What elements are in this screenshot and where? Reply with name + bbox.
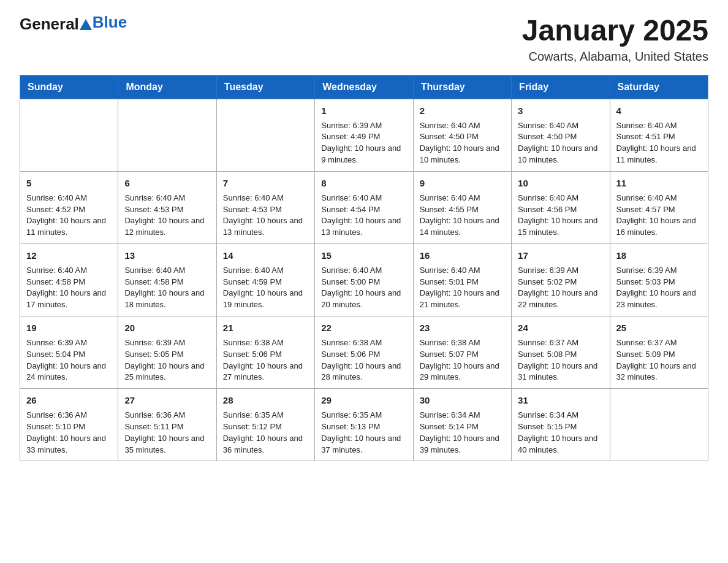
day-number: 30 xyxy=(420,394,505,407)
header-friday: Friday xyxy=(512,75,610,99)
day-number: 14 xyxy=(223,249,308,262)
page-header: General Blue January 2025 Cowarts, Alaba… xyxy=(20,15,708,64)
day-number: 22 xyxy=(321,321,406,335)
calendar-cell: 29Sunrise: 6:35 AM Sunset: 5:13 PM Dayli… xyxy=(315,389,413,461)
day-info: Sunrise: 6:35 AM Sunset: 5:13 PM Dayligh… xyxy=(321,410,406,456)
header-monday: Monday xyxy=(118,75,216,99)
calendar-cell: 3Sunrise: 6:40 AM Sunset: 4:50 PM Daylig… xyxy=(512,99,610,171)
header-wednesday: Wednesday xyxy=(315,75,413,99)
day-number: 12 xyxy=(26,249,112,262)
calendar-header: SundayMondayTuesdayWednesdayThursdayFrid… xyxy=(20,75,708,99)
calendar-cell: 8Sunrise: 6:40 AM Sunset: 4:54 PM Daylig… xyxy=(315,171,413,243)
calendar-cell: 26Sunrise: 6:36 AM Sunset: 5:10 PM Dayli… xyxy=(20,389,118,461)
calendar-cell: 31Sunrise: 6:34 AM Sunset: 5:15 PM Dayli… xyxy=(512,389,610,461)
day-number: 28 xyxy=(223,394,308,407)
calendar-cell: 7Sunrise: 6:40 AM Sunset: 4:53 PM Daylig… xyxy=(216,171,314,243)
day-info: Sunrise: 6:38 AM Sunset: 5:06 PM Dayligh… xyxy=(321,337,406,383)
day-info: Sunrise: 6:40 AM Sunset: 4:51 PM Dayligh… xyxy=(616,120,702,166)
day-number: 16 xyxy=(420,249,505,262)
calendar-cell xyxy=(118,99,216,171)
logo-triangle-icon xyxy=(80,18,92,31)
day-number: 20 xyxy=(124,321,210,335)
calendar-cell: 28Sunrise: 6:35 AM Sunset: 5:12 PM Dayli… xyxy=(216,389,314,461)
day-number: 26 xyxy=(26,394,112,407)
day-info: Sunrise: 6:40 AM Sunset: 4:50 PM Dayligh… xyxy=(518,120,603,166)
day-number: 24 xyxy=(518,321,603,335)
day-info: Sunrise: 6:40 AM Sunset: 4:58 PM Dayligh… xyxy=(26,265,112,311)
day-number: 2 xyxy=(420,104,505,118)
day-info: Sunrise: 6:40 AM Sunset: 4:56 PM Dayligh… xyxy=(518,193,603,239)
calendar-table: SundayMondayTuesdayWednesdayThursdayFrid… xyxy=(20,75,708,462)
day-info: Sunrise: 6:36 AM Sunset: 5:11 PM Dayligh… xyxy=(124,410,210,456)
day-number: 8 xyxy=(321,177,406,190)
title-block: January 2025 Cowarts, Alabama, United St… xyxy=(522,15,708,64)
calendar-cell: 1Sunrise: 6:39 AM Sunset: 4:49 PM Daylig… xyxy=(315,99,413,171)
header-saturday: Saturday xyxy=(610,75,708,99)
day-info: Sunrise: 6:40 AM Sunset: 4:58 PM Dayligh… xyxy=(124,265,210,311)
week-row-2: 5Sunrise: 6:40 AM Sunset: 4:52 PM Daylig… xyxy=(20,171,708,243)
calendar-cell: 6Sunrise: 6:40 AM Sunset: 4:53 PM Daylig… xyxy=(118,171,216,243)
calendar-cell: 22Sunrise: 6:38 AM Sunset: 5:06 PM Dayli… xyxy=(315,316,413,389)
calendar-cell: 10Sunrise: 6:40 AM Sunset: 4:56 PM Dayli… xyxy=(512,171,610,243)
day-number: 7 xyxy=(223,177,308,190)
calendar-cell: 13Sunrise: 6:40 AM Sunset: 4:58 PM Dayli… xyxy=(118,244,216,316)
day-number: 25 xyxy=(616,321,702,335)
calendar-cell: 18Sunrise: 6:39 AM Sunset: 5:03 PM Dayli… xyxy=(610,244,708,316)
day-info: Sunrise: 6:40 AM Sunset: 4:54 PM Dayligh… xyxy=(321,193,406,239)
day-number: 17 xyxy=(518,249,603,262)
calendar-cell: 16Sunrise: 6:40 AM Sunset: 5:01 PM Dayli… xyxy=(413,244,511,316)
day-info: Sunrise: 6:39 AM Sunset: 5:02 PM Dayligh… xyxy=(518,265,603,311)
week-row-4: 19Sunrise: 6:39 AM Sunset: 5:04 PM Dayli… xyxy=(20,316,708,389)
header-tuesday: Tuesday xyxy=(216,75,314,99)
day-number: 10 xyxy=(518,177,603,190)
day-info: Sunrise: 6:34 AM Sunset: 5:14 PM Dayligh… xyxy=(420,410,505,456)
calendar-cell: 2Sunrise: 6:40 AM Sunset: 4:50 PM Daylig… xyxy=(413,99,511,171)
day-number: 1 xyxy=(321,104,406,118)
logo: General Blue xyxy=(20,15,127,34)
calendar-cell: 4Sunrise: 6:40 AM Sunset: 4:51 PM Daylig… xyxy=(610,99,708,171)
calendar-cell: 15Sunrise: 6:40 AM Sunset: 5:00 PM Dayli… xyxy=(315,244,413,316)
day-info: Sunrise: 6:40 AM Sunset: 5:01 PM Dayligh… xyxy=(420,265,505,311)
calendar-title: January 2025 xyxy=(522,15,708,47)
day-info: Sunrise: 6:37 AM Sunset: 5:09 PM Dayligh… xyxy=(616,337,702,383)
week-row-3: 12Sunrise: 6:40 AM Sunset: 4:58 PM Dayli… xyxy=(20,244,708,316)
calendar-cell: 25Sunrise: 6:37 AM Sunset: 5:09 PM Dayli… xyxy=(610,316,708,389)
logo-general: General xyxy=(20,15,79,34)
day-info: Sunrise: 6:39 AM Sunset: 5:04 PM Dayligh… xyxy=(26,337,112,383)
calendar-cell xyxy=(610,389,708,461)
calendar-cell: 24Sunrise: 6:37 AM Sunset: 5:08 PM Dayli… xyxy=(512,316,610,389)
header-row: SundayMondayTuesdayWednesdayThursdayFrid… xyxy=(20,75,708,99)
calendar-subtitle: Cowarts, Alabama, United States xyxy=(522,50,708,64)
calendar-cell xyxy=(20,99,118,171)
day-number: 31 xyxy=(518,394,603,407)
week-row-5: 26Sunrise: 6:36 AM Sunset: 5:10 PM Dayli… xyxy=(20,389,708,461)
day-number: 18 xyxy=(616,249,702,262)
day-info: Sunrise: 6:40 AM Sunset: 4:52 PM Dayligh… xyxy=(26,193,112,239)
svg-marker-0 xyxy=(80,19,92,30)
day-info: Sunrise: 6:40 AM Sunset: 4:53 PM Dayligh… xyxy=(223,193,308,239)
day-info: Sunrise: 6:40 AM Sunset: 4:55 PM Dayligh… xyxy=(420,193,505,239)
day-info: Sunrise: 6:39 AM Sunset: 5:03 PM Dayligh… xyxy=(616,265,702,311)
day-number: 23 xyxy=(420,321,505,335)
day-number: 19 xyxy=(26,321,112,335)
day-number: 29 xyxy=(321,394,406,407)
day-info: Sunrise: 6:38 AM Sunset: 5:06 PM Dayligh… xyxy=(223,337,308,383)
day-info: Sunrise: 6:40 AM Sunset: 4:53 PM Dayligh… xyxy=(124,193,210,239)
calendar-cell: 21Sunrise: 6:38 AM Sunset: 5:06 PM Dayli… xyxy=(216,316,314,389)
day-info: Sunrise: 6:39 AM Sunset: 4:49 PM Dayligh… xyxy=(321,120,406,166)
calendar-cell: 19Sunrise: 6:39 AM Sunset: 5:04 PM Dayli… xyxy=(20,316,118,389)
day-number: 27 xyxy=(124,394,210,407)
day-info: Sunrise: 6:40 AM Sunset: 4:59 PM Dayligh… xyxy=(223,265,308,311)
header-sunday: Sunday xyxy=(20,75,118,99)
logo-blue: Blue xyxy=(93,13,127,32)
day-number: 4 xyxy=(616,104,702,118)
calendar-cell: 12Sunrise: 6:40 AM Sunset: 4:58 PM Dayli… xyxy=(20,244,118,316)
day-number: 9 xyxy=(420,177,505,190)
day-info: Sunrise: 6:40 AM Sunset: 4:50 PM Dayligh… xyxy=(420,120,505,166)
day-number: 21 xyxy=(223,321,308,335)
calendar-body: 1Sunrise: 6:39 AM Sunset: 4:49 PM Daylig… xyxy=(20,99,708,461)
calendar-cell: 23Sunrise: 6:38 AM Sunset: 5:07 PM Dayli… xyxy=(413,316,511,389)
calendar-cell: 11Sunrise: 6:40 AM Sunset: 4:57 PM Dayli… xyxy=(610,171,708,243)
day-number: 6 xyxy=(124,177,210,190)
calendar-cell xyxy=(216,99,314,171)
